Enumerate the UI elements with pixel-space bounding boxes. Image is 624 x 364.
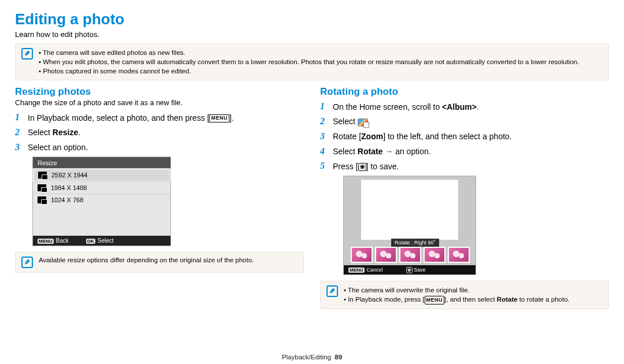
- rotate-ui-footer: MENUCancel Save: [344, 265, 476, 274]
- macro-icon: [406, 267, 413, 273]
- step-text: .: [477, 102, 479, 112]
- left-column: Resizing photos Change the size of a pho…: [15, 86, 304, 314]
- thumbnail[interactable]: [375, 247, 397, 263]
- step-bold: Zoom: [361, 132, 383, 141]
- thumbnail[interactable]: [351, 247, 373, 263]
- step-number: 3: [320, 131, 328, 143]
- top-note-box: The camera will save edited photos as ne…: [15, 43, 609, 80]
- cancel-label: Cancel: [367, 267, 383, 273]
- size-icon: [38, 196, 46, 203]
- note-icon: [21, 257, 33, 268]
- step-number: 2: [15, 127, 23, 139]
- step-text: Select: [333, 117, 358, 126]
- step-number: 4: [320, 146, 328, 158]
- step-bold: Resize: [53, 128, 78, 137]
- rotate-label: Rotate : Right 90˚: [391, 239, 439, 247]
- footer-page-number: 89: [335, 354, 342, 361]
- thumbnail[interactable]: [424, 247, 445, 263]
- size-icon: [38, 172, 47, 179]
- rotating-steps: 1 On the Home screen, scroll to <Album>.…: [320, 101, 609, 172]
- step-number: 1: [15, 112, 23, 124]
- step-text: ] to the left, and then select a photo.: [383, 132, 512, 141]
- step-3: 3 Rotate [Zoom] to the left, and then se…: [320, 131, 609, 143]
- section-subtitle-resizing: Change the size of a photo and save it a…: [15, 99, 304, 107]
- step-text: In Playback mode, select a photo, and th…: [28, 113, 209, 122]
- step-number: 2: [320, 116, 328, 128]
- left-footnote-box: Available resize options differ dependin…: [15, 252, 304, 273]
- macro-icon: [358, 163, 366, 171]
- resize-ui-header: Resize: [33, 157, 170, 169]
- note-item: The camera will save edited photos as ne…: [39, 48, 579, 57]
- resize-option[interactable]: 1024 X 768: [33, 194, 170, 206]
- size-icon: [38, 184, 46, 191]
- step-text: ] to save.: [366, 162, 399, 171]
- note-icon: [326, 285, 338, 297]
- step-text: On the Home screen, scroll to: [333, 102, 442, 112]
- page-footer: Playback/Editing 89: [0, 354, 624, 361]
- thumbnail[interactable]: [448, 247, 470, 263]
- back-label: Back: [56, 237, 69, 244]
- resizing-steps: 1 In Playback mode, select a photo, and …: [15, 112, 304, 153]
- menu-tag: MENU: [38, 239, 54, 244]
- resize-option-label: 2592 X 1944: [51, 172, 87, 179]
- section-title-resizing: Resizing photos: [15, 86, 304, 98]
- step-1: 1 On the Home screen, scroll to <Album>.: [320, 101, 609, 113]
- step-text: Rotate [: [333, 132, 361, 141]
- resize-option[interactable]: 1984 X 1488: [33, 181, 170, 194]
- menu-tag: MENU: [348, 268, 365, 273]
- resize-ui-footer: MENUBack OKSelect: [33, 236, 170, 246]
- step-text: .: [78, 128, 80, 137]
- right-note-box: The camera will overwrite the original f…: [320, 281, 609, 309]
- step-text: ].: [229, 113, 234, 122]
- select-label: Select: [98, 237, 114, 244]
- thumbnail[interactable]: [399, 247, 421, 263]
- ok-tag: OK: [86, 239, 95, 244]
- left-footnote: Available resize options differ dependin…: [39, 257, 254, 263]
- resize-option-label: 1024 X 768: [51, 196, 83, 203]
- top-note-list: The camera will save edited photos as ne…: [39, 48, 579, 76]
- step-bold: <Album>: [442, 102, 477, 112]
- resize-option-selected[interactable]: 2592 X 1944: [33, 169, 170, 181]
- step-text: → an option.: [382, 147, 430, 156]
- step-number: 5: [320, 160, 328, 172]
- note-item: When you edit photos, the camera will au…: [39, 57, 579, 66]
- thumbnail-strip: [351, 247, 470, 263]
- step-number: 1: [320, 101, 328, 113]
- step-1: 1 In Playback mode, select a photo, and …: [15, 112, 304, 124]
- step-text: Select: [28, 128, 53, 137]
- page-subtitle: Learn how to edit photos.: [15, 30, 609, 39]
- step-text: Select an option.: [28, 142, 88, 153]
- step-bold: Rotate: [358, 147, 383, 156]
- note-item: The camera will overwrite the original f…: [344, 285, 570, 295]
- album-icon: [358, 118, 368, 127]
- menu-badge-icon: MENU: [209, 114, 229, 122]
- step-number: 3: [15, 142, 23, 154]
- rotate-canvas: [361, 180, 458, 240]
- section-title-rotating: Rotating a photo: [320, 86, 609, 98]
- menu-badge-icon: MENU: [425, 296, 445, 304]
- note-item: In Playback mode, press [MENU], and then…: [344, 295, 570, 304]
- right-column: Rotating a photo 1 On the Home screen, s…: [320, 86, 609, 314]
- step-2: 2 Select .: [320, 116, 609, 128]
- step-text: Select: [333, 147, 358, 156]
- rotate-ui-mock: Rotate : Right 90˚ MENUCancel Save: [343, 176, 476, 275]
- save-label: Save: [414, 267, 426, 273]
- resize-ui-mock: Resize 2592 X 1944 1984 X 1488 1024 X 76…: [32, 157, 171, 246]
- resize-option-label: 1984 X 1488: [51, 184, 87, 191]
- step-2: 2 Select Resize.: [15, 127, 304, 139]
- step-text: Press [: [333, 162, 358, 171]
- note-icon: [21, 48, 33, 60]
- step-4: 4 Select Rotate → an option.: [320, 146, 609, 158]
- step-5: 5 Press [] to save.: [320, 160, 609, 172]
- note-item: Photos captured in some modes cannot be …: [39, 66, 579, 76]
- page-title: Editing a photo: [15, 10, 609, 28]
- footer-section: Playback/Editing: [282, 354, 331, 361]
- step-3: 3 Select an option.: [15, 142, 304, 154]
- right-note-list: The camera will overwrite the original f…: [344, 285, 570, 304]
